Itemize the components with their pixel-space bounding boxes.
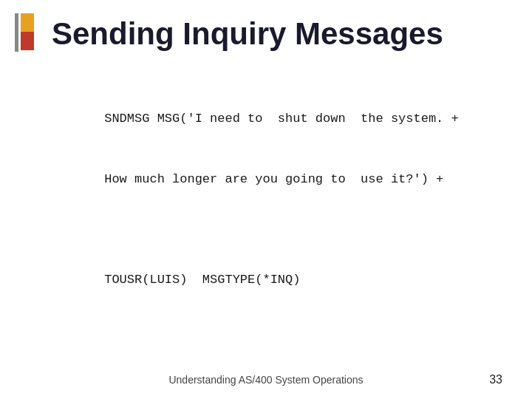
- code-line-2: How much longer are you going to use it?…: [104, 172, 443, 186]
- code-line-3: TOUSR(LUIS) MSGTYPE(*INQ): [104, 273, 300, 287]
- vertical-bar: [15, 13, 18, 52]
- accent-squares: [21, 13, 34, 50]
- slide-title: Sending Inquiry Messages: [52, 13, 443, 52]
- footer-label: Understanding AS/400 System Operations: [168, 374, 363, 386]
- code-block: SNDMSG MSG('I need to shut down the syst…: [59, 89, 488, 310]
- slide: Sending Inquiry Messages SNDMSG MSG('I n…: [0, 0, 532, 399]
- slide-footer: Understanding AS/400 System Operations 3…: [0, 374, 532, 386]
- accent-square-red: [21, 32, 34, 50]
- header-accent: [15, 13, 41, 52]
- slide-header: Sending Inquiry Messages: [0, 0, 532, 59]
- page-number: 33: [489, 373, 502, 386]
- code-line-1: SNDMSG MSG('I need to shut down the syst…: [104, 112, 458, 126]
- accent-square-orange: [21, 13, 34, 32]
- slide-content: SNDMSG MSG('I need to shut down the syst…: [0, 59, 532, 399]
